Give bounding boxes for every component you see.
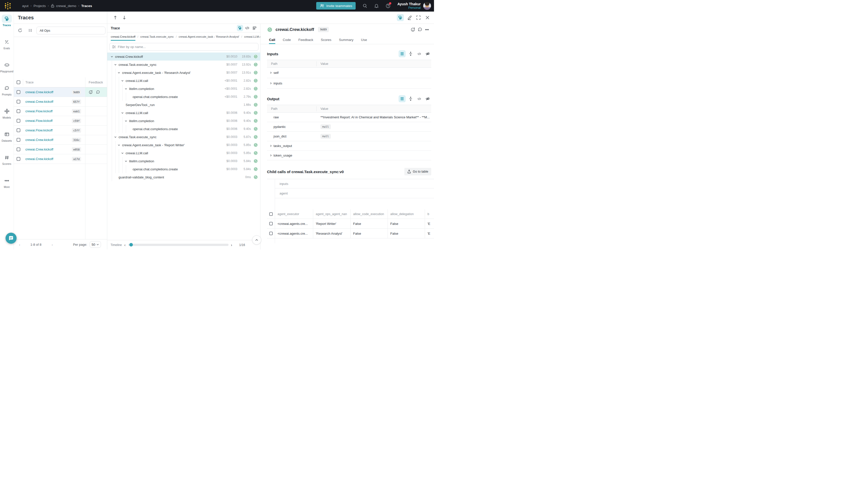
input-row[interactable]: self bbox=[267, 68, 431, 78]
chevron-right-icon[interactable] bbox=[270, 82, 273, 85]
table-row[interactable]: crewai.Flow.kickoff c5ff bbox=[14, 126, 107, 135]
output-row[interactable]: pydantic null bbox=[267, 122, 431, 132]
span-row[interactable]: crewai.LLM.call $0.0006 9.40s bbox=[107, 109, 260, 117]
row-checkbox[interactable] bbox=[269, 232, 273, 235]
span-row[interactable]: openai.chat.completions.create $0.0006 9… bbox=[107, 125, 260, 133]
chevron-down-icon[interactable] bbox=[125, 120, 128, 122]
chevron-right-icon[interactable] bbox=[270, 71, 273, 74]
chevron-down-icon[interactable] bbox=[121, 80, 125, 82]
breadcrumb-ayut[interactable]: ayut bbox=[22, 4, 29, 8]
next-page-icon[interactable]: › bbox=[49, 242, 56, 247]
span-row[interactable]: openai.chat.completions.create $0.0003 5… bbox=[107, 165, 260, 173]
sidebar-item-models[interactable]: Models bbox=[0, 107, 14, 130]
timeline-next-icon[interactable]: › bbox=[231, 243, 232, 247]
sidebar-item-playground[interactable]: Playground bbox=[0, 61, 14, 84]
notifications-icon[interactable] bbox=[374, 3, 379, 8]
input-row[interactable]: inputs bbox=[267, 78, 431, 89]
code-icon[interactable] bbox=[416, 50, 423, 57]
trace-link[interactable]: crewai.Crew.kickoff bbox=[25, 157, 72, 161]
prev-call-icon[interactable] bbox=[112, 14, 119, 21]
fullscreen-icon[interactable] bbox=[415, 14, 422, 21]
add-reaction-icon[interactable] bbox=[89, 90, 93, 94]
chevron-down-icon[interactable] bbox=[117, 71, 122, 74]
avatar[interactable] bbox=[423, 2, 431, 10]
close-icon[interactable] bbox=[424, 14, 431, 21]
chevron-down-icon[interactable] bbox=[114, 63, 118, 66]
span-row[interactable]: litellm.completion <$0.0001 2.82s bbox=[107, 85, 260, 93]
output-row[interactable]: json_dict null bbox=[267, 132, 431, 141]
chat-widget-button[interactable] bbox=[5, 233, 16, 244]
hide-icon[interactable] bbox=[424, 50, 431, 57]
span-row[interactable]: crewai.Task.execute_sync $0.0007 13.92s bbox=[107, 61, 260, 69]
trace-link[interactable]: crewai.Flow.kickoff bbox=[25, 119, 72, 123]
chevron-down-icon[interactable] bbox=[114, 136, 118, 138]
trace-link[interactable]: crewai.Crew.kickoff bbox=[25, 90, 72, 94]
row-checkbox[interactable] bbox=[16, 157, 20, 161]
sidebar-item-more[interactable]: More bbox=[0, 177, 14, 199]
op-filter-input[interactable] bbox=[118, 45, 256, 49]
ops-filter-select[interactable]: All Ops bbox=[36, 27, 106, 34]
row-checkbox[interactable] bbox=[16, 138, 20, 142]
breadcrumb-project[interactable]: crewai_demo bbox=[51, 4, 76, 8]
collapse-timeline-button[interactable] bbox=[252, 235, 261, 244]
expand-vertical-icon[interactable] bbox=[407, 50, 414, 57]
select-all-checkbox[interactable] bbox=[269, 212, 273, 216]
span-row[interactable]: crewai.LLM.call $0.0003 5.85s bbox=[107, 149, 260, 157]
tab-use[interactable]: Use bbox=[361, 38, 367, 44]
prev-page-icon[interactable]: ‹ bbox=[16, 242, 23, 247]
chevron-down-icon[interactable] bbox=[125, 160, 128, 162]
tab-call[interactable]: Call bbox=[269, 38, 275, 44]
go-to-table-button[interactable]: Go to table bbox=[404, 168, 431, 175]
chevron-down-icon[interactable] bbox=[125, 87, 128, 90]
timeline-prev-icon[interactable]: ‹ bbox=[124, 243, 126, 247]
wandb-logo[interactable] bbox=[3, 1, 12, 10]
timeline-slider-handle[interactable] bbox=[129, 243, 133, 246]
table-row[interactable]: crewai.Crew.kickoff e058 bbox=[14, 145, 107, 154]
tab-summary[interactable]: Summary bbox=[339, 38, 354, 44]
trace-link[interactable]: crewai.Crew.kickoff bbox=[25, 147, 72, 151]
op-name-filter[interactable] bbox=[109, 43, 258, 51]
sidebar-item-evals[interactable]: Evals bbox=[0, 38, 14, 61]
sidebar-item-datasets[interactable]: Datasets bbox=[0, 130, 14, 153]
list-view-icon[interactable] bbox=[399, 95, 406, 102]
breadcrumb-traces[interactable]: Traces bbox=[82, 4, 92, 8]
table-row[interactable]: crewai.Flow.kickoff eab1 bbox=[14, 107, 107, 116]
sidebar-item-prompts[interactable]: Prompts bbox=[0, 84, 14, 107]
manage-columns-icon[interactable] bbox=[27, 27, 34, 34]
child-call-row[interactable]: <crewai.agents.cre... 'Research Analyst'… bbox=[267, 229, 434, 239]
span-row[interactable]: crewai.Agent.execute_task - 'Research An… bbox=[107, 69, 260, 77]
help-icon[interactable] bbox=[385, 3, 390, 8]
tab-code[interactable]: Code bbox=[283, 38, 291, 44]
sidebar-item-scorers[interactable]: Scorers bbox=[0, 153, 14, 177]
code-view-icon[interactable] bbox=[244, 25, 250, 31]
sidebar-item-traces[interactable]: Traces bbox=[0, 15, 14, 38]
per-page-select[interactable]: 50 bbox=[90, 241, 101, 248]
table-row[interactable]: crewai.Flow.kickoff c59f bbox=[14, 116, 107, 126]
list-view-icon[interactable] bbox=[399, 50, 406, 57]
table-row[interactable]: crewai.Crew.kickoff 9d89 bbox=[14, 87, 107, 97]
select-all-checkbox[interactable] bbox=[16, 81, 20, 84]
chevron-down-icon[interactable] bbox=[121, 152, 125, 155]
trace-crumb[interactable]: crewai.Task.execute_sync bbox=[140, 35, 174, 38]
row-checkbox[interactable] bbox=[269, 222, 273, 226]
row-checkbox[interactable] bbox=[16, 100, 20, 104]
edit-icon[interactable] bbox=[406, 14, 413, 21]
child-call-row[interactable]: <crewai.agents.cre... 'Report Writer' Fa… bbox=[267, 219, 434, 229]
comment-icon[interactable] bbox=[96, 90, 100, 94]
add-reaction-icon[interactable] bbox=[409, 26, 417, 33]
chevron-down-icon[interactable] bbox=[117, 144, 122, 146]
trace-link[interactable]: crewai.Flow.kickoff bbox=[25, 109, 72, 113]
span-row[interactable]: litellm.completion $0.0003 5.84s bbox=[107, 157, 260, 165]
span-row[interactable]: litellm.completion $0.0006 9.40s bbox=[107, 117, 260, 125]
trace-crumb[interactable]: crewai.LLM.cal bbox=[244, 35, 260, 38]
invite-teammates-button[interactable]: Invite teammates bbox=[316, 2, 356, 10]
span-row[interactable]: crewai.Task.execute_sync $0.0003 5.87s bbox=[107, 133, 260, 141]
next-call-icon[interactable] bbox=[121, 14, 128, 21]
trace-tree-icon[interactable] bbox=[237, 25, 243, 31]
row-checkbox[interactable] bbox=[16, 147, 20, 151]
output-row[interactable]: raw **Investment Report: AI in Chemical … bbox=[267, 112, 431, 122]
row-checkbox[interactable] bbox=[16, 109, 20, 113]
overflow-menu-icon[interactable] bbox=[423, 26, 431, 33]
row-checkbox[interactable] bbox=[16, 119, 20, 123]
span-row[interactable]: openai.chat.completions.create <$0.0001 … bbox=[107, 93, 260, 101]
